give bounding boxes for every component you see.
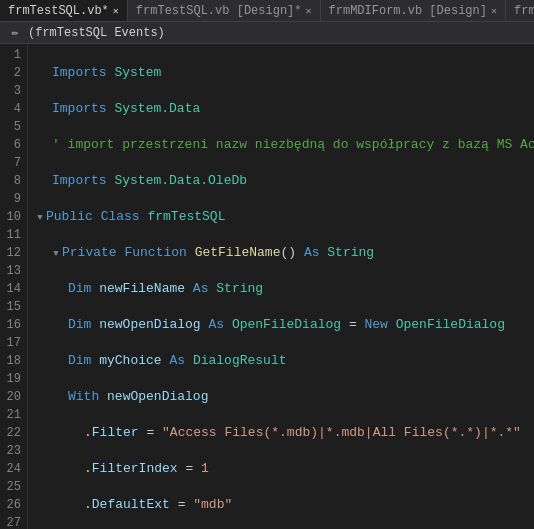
tab-label: frmTestSQL.vb* [8, 4, 109, 18]
code-line: Dim myChoice As DialogResult [36, 352, 534, 370]
code-line: ' import przestrzeni nazw niezbędną do w… [36, 136, 534, 154]
code-line: .FilterIndex = 1 [36, 460, 534, 478]
code-line: ▼Private Function GetFileName() As Strin… [36, 244, 534, 262]
code-line: .Filter = "Access Files(*.mdb)|*.mdb|All… [36, 424, 534, 442]
code-line: Imports System [36, 64, 534, 82]
close-icon[interactable]: ✕ [113, 5, 119, 17]
tab-frmMDIForm-design[interactable]: frmMDIForm.vb [Design] ✕ [321, 0, 506, 21]
code-line: Dim newOpenDialog As OpenFileDialog = Ne… [36, 316, 534, 334]
tab-label: frmPrzedmioty.vb [514, 4, 534, 18]
code-line: ▼Public Class frmTestSQL [36, 208, 534, 226]
code-container: 1 2 3 4 5 6 7 8 9 10 11 12 13 14 15 16 1… [0, 44, 534, 529]
toolbar: ✏ (frmTestSQL Events) [0, 22, 534, 44]
code-line: Imports System.Data [36, 100, 534, 118]
code-line: With newOpenDialog [36, 388, 534, 406]
code-body: Imports System Imports System.Data ' imp… [28, 44, 534, 529]
code-line: Dim newFileName As String [36, 280, 534, 298]
code-line: .DefaultExt = "mdb" [36, 496, 534, 514]
tab-label: frmMDIForm.vb [Design] [329, 4, 487, 18]
toolbar-pencil-icon: ✏ [8, 26, 22, 40]
code-line: Imports System.Data.OleDb [36, 172, 534, 190]
tab-frmPrzedmioty[interactable]: frmPrzedmioty.vb [506, 0, 534, 21]
tab-label: frmTestSQL.vb [Design]* [136, 4, 302, 18]
tab-frmTestSQL-vb[interactable]: frmTestSQL.vb* ✕ [0, 0, 128, 21]
close-icon[interactable]: ✕ [491, 5, 497, 17]
close-icon[interactable]: ✕ [306, 5, 312, 17]
tab-bar: frmTestSQL.vb* ✕ frmTestSQL.vb [Design]*… [0, 0, 534, 22]
toolbar-events-label: (frmTestSQL Events) [28, 26, 165, 40]
line-numbers: 1 2 3 4 5 6 7 8 9 10 11 12 13 14 15 16 1… [0, 44, 28, 529]
tab-frmTestSQL-design[interactable]: frmTestSQL.vb [Design]* ✕ [128, 0, 321, 21]
